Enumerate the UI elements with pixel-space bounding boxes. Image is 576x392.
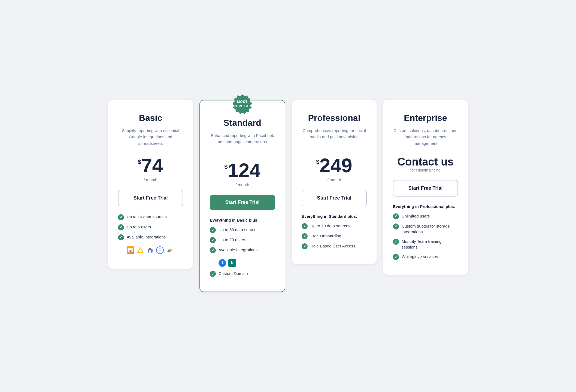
feature-text: Available Integrations [127, 234, 166, 240]
plan-card-enterprise: EnterpriseCustom solutions, dashboards, … [383, 100, 468, 275]
plan-name-basic: Basic [139, 113, 162, 123]
check-icon [302, 243, 308, 249]
check-icon [302, 233, 308, 239]
plan-desc-enterprise: Custom solutions, dashboards, and integr… [393, 127, 458, 149]
feature-list-basic: Up to 10 data sources Up to 5 users Avai… [118, 214, 183, 258]
feature-item: Monthly Team training sessions [393, 238, 458, 250]
check-icon [302, 223, 308, 229]
feature-item: Unlimited users [393, 213, 458, 219]
feature-item: Available Integrations [118, 234, 183, 240]
plan-desc-basic: Simplify reporting with essential Google… [118, 127, 183, 149]
feature-text: Custom Domain [219, 271, 248, 276]
cta-button-basic[interactable]: Start Free Trial [118, 190, 183, 206]
plan-desc-standard: Enhanced reporting with Facebook ads and… [210, 132, 275, 154]
cta-button-professional[interactable]: Start Free Trial [302, 190, 367, 206]
price-currency-standard: $ [224, 163, 228, 170]
feature-item: Up to 5 users [118, 224, 183, 230]
most-popular-badge: MOSTPOPULAR [233, 94, 252, 114]
pricing-container: BasicSimplify reporting with essential G… [108, 100, 468, 292]
check-icon [118, 224, 124, 230]
plan-card-standard: MOSTPOPULARStandardEnhanced reporting wi… [199, 100, 285, 292]
feature-text: Whiteglove services [402, 254, 438, 259]
price-period-professional: / month [327, 177, 341, 182]
price-period-basic: / month [144, 177, 157, 182]
google-my-business-icon [146, 246, 154, 254]
feature-list-standard: Up to 30 data sources Up to 20 users Ava… [210, 227, 275, 281]
google-search-console-icon: G [156, 246, 164, 254]
plan-price-basic: $ 74 [138, 156, 163, 175]
plan-price-subtext-enterprise: for custom pricing [410, 168, 440, 172]
check-icon [210, 271, 216, 277]
cta-button-enterprise[interactable]: Start Free Trial [393, 180, 458, 197]
integrations-row-item: 📊 G [118, 244, 183, 254]
integrations-row-item: fb [210, 257, 275, 267]
feature-item: Whiteglove services [393, 254, 458, 260]
feature-item: Available Integrations [210, 247, 275, 253]
check-icon [118, 234, 124, 240]
bing-icon: b [228, 259, 236, 267]
feature-text: Up to 20 users [219, 237, 245, 243]
check-icon [118, 214, 124, 220]
features-label-professional: Everything in Standard plus: [302, 214, 367, 219]
features-label-enterprise: Everything in Professional plus: [393, 204, 458, 209]
feature-text: Up to 5 users [127, 224, 151, 230]
feature-text: Monthly Team training sessions [402, 238, 458, 250]
plan-name-standard: Standard [223, 118, 261, 128]
plan-card-basic: BasicSimplify reporting with essential G… [108, 100, 193, 269]
facebook-icon: f [219, 259, 226, 267]
integrations-row-basic: 📊 G [127, 246, 174, 254]
feature-item: Custom Domain [210, 271, 275, 277]
price-amount-basic: 74 [141, 156, 163, 175]
plan-desc-professional: Comprehensive reporting for social media… [302, 127, 367, 149]
check-icon [210, 227, 216, 233]
feature-text: Available Integrations [219, 247, 257, 253]
check-icon [210, 237, 216, 243]
price-period-standard: / month [235, 182, 249, 187]
feature-list-professional: Up to 70 data sources Free Onboarding Ro… [302, 223, 367, 253]
check-icon [393, 254, 399, 260]
price-currency-professional: $ [316, 158, 319, 166]
feature-item: Custom quotes for storage integrations [393, 223, 458, 235]
check-icon [393, 223, 399, 229]
price-currency-basic: $ [138, 158, 141, 166]
svg-rect-2 [149, 250, 151, 253]
check-icon [393, 239, 399, 245]
feature-item: Up to 30 data sources [210, 227, 275, 233]
feature-item: Up to 70 data sources [302, 223, 367, 229]
features-label-standard: Everything in Basic plus: [210, 218, 275, 222]
plan-price-contact-enterprise: Contact us [397, 156, 454, 168]
feature-text: Role Based User Access [310, 243, 355, 249]
price-amount-professional: 249 [320, 156, 352, 175]
cta-button-standard[interactable]: Start Free Trial [210, 195, 275, 210]
feature-text: Custom quotes for storage integrations [402, 223, 458, 235]
feature-list-enterprise: Unlimited users Custom quotes for storag… [393, 213, 458, 264]
google-analytics-icon: 📊 [127, 246, 134, 254]
feature-item: Free Onboarding [302, 233, 367, 239]
integrations-row-standard: fb [219, 259, 236, 267]
feature-text: Up to 10 data sources [127, 214, 167, 220]
plan-name-professional: Professional [308, 113, 360, 123]
feature-item: Role Based User Access [302, 243, 367, 249]
plan-price-standard: $ 124 [224, 161, 260, 180]
check-icon [393, 213, 399, 219]
plan-card-professional: ProfessionalComprehensive reporting for … [292, 100, 377, 264]
plan-name-enterprise: Enterprise [404, 113, 447, 123]
google-ads-icon [137, 246, 144, 254]
feature-text: Unlimited users [402, 213, 430, 219]
feature-item: Up to 10 data sources [118, 214, 183, 220]
google-drive-icon [166, 246, 174, 254]
feature-text: Free Onboarding [310, 233, 341, 239]
feature-text: Up to 70 data sources [310, 223, 350, 229]
svg-marker-0 [138, 248, 143, 252]
price-amount-standard: 124 [228, 161, 260, 180]
plan-price-professional: $ 249 [316, 156, 352, 175]
feature-item: Up to 20 users [210, 237, 275, 243]
feature-text: Up to 30 data sources [219, 227, 259, 232]
check-icon [210, 247, 216, 253]
